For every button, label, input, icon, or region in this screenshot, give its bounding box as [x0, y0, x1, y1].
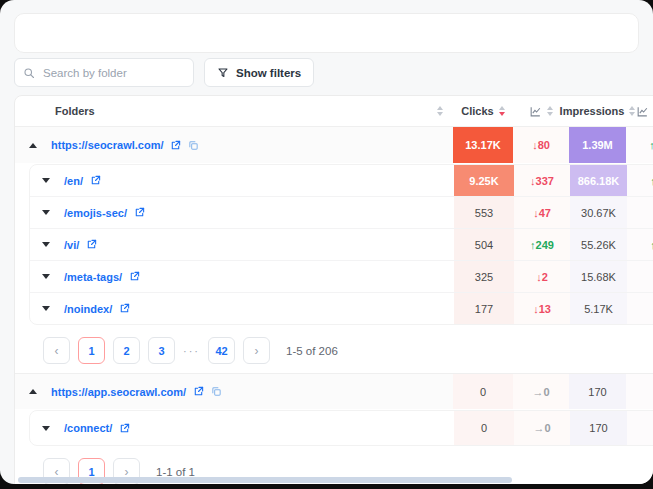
external-link-icon[interactable]	[90, 175, 101, 186]
clicks-cell: 0	[454, 411, 514, 445]
folder-link[interactable]: https://seocrawl.com/	[51, 139, 163, 151]
collapse-caret-icon[interactable]	[29, 389, 37, 394]
external-link-icon[interactable]	[129, 271, 140, 282]
pagination-summary: 1-1 of 1	[156, 466, 195, 478]
table-header-row: Folders Clicks Impressions	[15, 96, 653, 127]
impressions-trend-cell: ↑74	[626, 127, 653, 163]
page-button-2[interactable]: 2	[113, 337, 140, 364]
impressions-cell: 55.26K	[570, 229, 627, 260]
clicks-trend-cell: ↑249	[514, 229, 570, 260]
table-row[interactable]: https://app.seocrawl.com/ 0 →0 170 ↑1	[15, 373, 653, 409]
impressions-cell: 170	[569, 374, 626, 409]
folder-link[interactable]: /noindex/	[64, 303, 112, 315]
clicks-trend-chart-icon	[529, 105, 542, 118]
show-filters-button[interactable]: Show filters	[204, 58, 314, 87]
impressions-cell: 170	[570, 411, 627, 445]
clicks-trend-cell: →0	[513, 374, 569, 409]
sort-folders-button[interactable]	[437, 106, 443, 116]
clicks-cell: 553	[454, 197, 514, 228]
clicks-trend-cell: ↓2	[514, 261, 570, 292]
folder-link[interactable]: /emojis-sec/	[64, 207, 127, 219]
table-controls: Show filters	[14, 58, 314, 87]
pagination-ellipsis[interactable]: ···	[183, 345, 200, 357]
page-button-3[interactable]: 3	[148, 337, 175, 364]
child-rows-panel: /en/ 9.25K ↓337 866.18K ↑95 /emojis-sec/	[29, 164, 653, 325]
impressions-cell: 15.68K	[570, 261, 627, 292]
horizontal-scrollbar[interactable]	[0, 477, 653, 483]
show-filters-label: Show filters	[236, 67, 301, 79]
table-row[interactable]: /en/ 9.25K ↓337 866.18K ↑95	[30, 165, 653, 196]
pagination-summary: 1-5 of 206	[286, 345, 338, 357]
column-header-folders: Folders	[55, 105, 95, 117]
clicks-trend-cell: ↓47	[514, 197, 570, 228]
clicks-cell: 177	[454, 293, 514, 324]
impressions-cell: 5.17K	[570, 293, 627, 324]
impressions-trend-cell: ↑95	[627, 165, 653, 196]
expand-caret-icon[interactable]	[42, 306, 50, 311]
prev-page-button[interactable]: ‹	[43, 337, 70, 364]
clicks-trend-cell: ↓337	[514, 165, 570, 196]
impressions-trend-chart-icon	[636, 105, 649, 118]
pagination-group-1: ‹ 1 2 3 ··· 42 › 1-5 of 206	[15, 329, 653, 373]
folder-link[interactable]: https://app.seocrawl.com/	[51, 386, 186, 398]
folder-link[interactable]: /connect/	[64, 422, 112, 434]
external-link-icon[interactable]	[170, 140, 181, 151]
clicks-cell: 325	[454, 261, 514, 292]
page-button-42[interactable]: 42	[208, 337, 235, 364]
impressions-cell: 1.39M	[569, 127, 626, 163]
table-row[interactable]: /emojis-sec/ 553 ↓47 30.67K ↓8	[30, 196, 653, 228]
search-input[interactable]	[41, 66, 185, 80]
column-header-impressions: Impressions	[560, 105, 625, 117]
expand-caret-icon[interactable]	[42, 242, 50, 247]
table-row[interactable]: /noindex/ 177 ↓13 5.17K ↑1	[30, 292, 653, 324]
expand-caret-icon[interactable]	[42, 426, 50, 431]
column-header-clicks: Clicks	[461, 105, 493, 117]
table-row[interactable]: /vi/ 504 ↑249 55.26K ↑18	[30, 228, 653, 260]
child-rows-panel: /connect/ 0 →0 170 ↑1	[29, 410, 653, 446]
clicks-cell: 504	[454, 229, 514, 260]
external-link-icon[interactable]	[134, 207, 145, 218]
impressions-trend-cell: ↑1	[627, 293, 653, 324]
next-page-button[interactable]: ›	[243, 337, 270, 364]
sort-clicks-trend-button[interactable]	[547, 106, 553, 116]
clicks-trend-cell: ↓80	[513, 127, 569, 163]
collapse-caret-icon[interactable]	[29, 143, 37, 148]
search-icon	[23, 67, 35, 79]
folders-table: Folders Clicks Impressions	[14, 95, 653, 484]
table-row[interactable]: https://seocrawl.com/ 13.17K ↓80 1.39M ↑…	[15, 127, 653, 163]
sort-clicks-button[interactable]	[499, 106, 505, 116]
clicks-trend-cell: ↓13	[514, 293, 570, 324]
impressions-trend-cell: ↑1	[627, 411, 653, 445]
impressions-cell: 866.18K	[570, 165, 627, 196]
clicks-cell: 0	[453, 374, 513, 409]
clicks-trend-cell: →0	[514, 411, 570, 445]
external-link-icon[interactable]	[119, 303, 130, 314]
table-row[interactable]: /connect/ 0 →0 170 ↑1	[30, 411, 653, 445]
impressions-trend-cell: ↑1	[626, 374, 653, 409]
impressions-cell: 30.67K	[570, 197, 627, 228]
external-link-icon[interactable]	[193, 386, 204, 397]
search-folder-box[interactable]	[14, 58, 194, 87]
clicks-cell: 9.25K	[454, 165, 514, 196]
expand-caret-icon[interactable]	[42, 210, 50, 215]
app-window: Show filters Folders Clicks Impressions	[0, 0, 653, 484]
scrollbar-thumb[interactable]	[18, 477, 512, 483]
impressions-trend-cell: ↑18	[627, 229, 653, 260]
filter-funnel-icon	[217, 67, 229, 79]
impressions-trend-cell: ↑2	[627, 261, 653, 292]
expand-caret-icon[interactable]	[42, 178, 50, 183]
external-link-icon[interactable]	[119, 423, 130, 434]
copy-icon[interactable]	[211, 386, 222, 397]
folder-link[interactable]: /meta-tags/	[64, 271, 122, 283]
impressions-trend-cell: ↓8	[627, 197, 653, 228]
expand-caret-icon[interactable]	[42, 274, 50, 279]
folder-link[interactable]: /en/	[64, 175, 83, 187]
page-button-1[interactable]: 1	[78, 337, 105, 364]
copy-icon[interactable]	[188, 140, 199, 151]
top-toolbar	[14, 13, 639, 53]
clicks-cell: 13.17K	[453, 127, 513, 163]
folder-link[interactable]: /vi/	[64, 239, 79, 251]
external-link-icon[interactable]	[86, 239, 97, 250]
table-row[interactable]: /meta-tags/ 325 ↓2 15.68K ↑2	[30, 260, 653, 292]
